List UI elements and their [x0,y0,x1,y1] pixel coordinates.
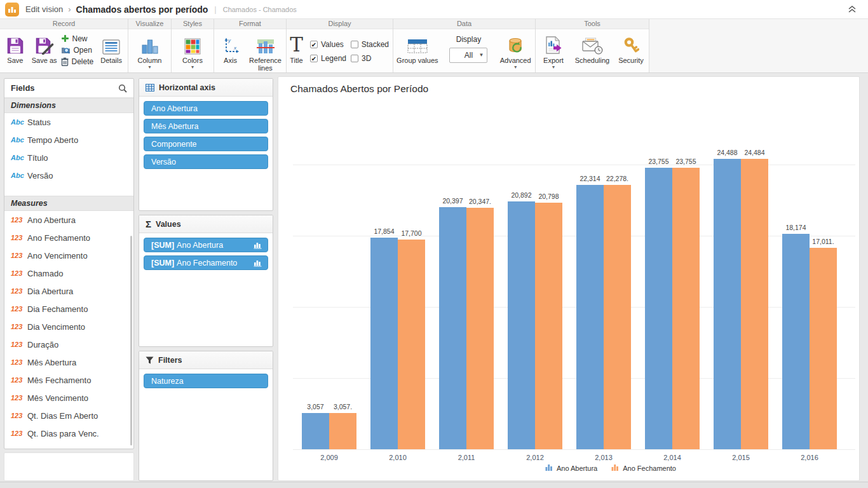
measure-field-item[interactable]: 123Mês Vencimento [4,389,133,407]
ribbon-group-tools: Tools Export ▾ Scheduling [536,19,649,72]
axis-field-pill[interactable]: Componente [144,137,268,151]
column-chart-button[interactable]: Column ▾ [132,30,168,72]
advanced-button[interactable]: Advanced ▾ [497,30,534,72]
open-folder-icon [61,46,71,54]
legend-item[interactable]: Ano Abertura [545,464,597,473]
dimension-field-item[interactable]: AbcTítulo [4,149,133,166]
group-values-button[interactable]: Group values [395,30,440,72]
checkbox-3d[interactable]: 3D [351,51,389,65]
measure-field-label: Qt. Dias Em Aberto [27,411,98,421]
title-button[interactable]: T Title [288,30,305,72]
measure-field-label: Ano Fechamento [27,233,90,243]
chart-bar [302,413,329,449]
x-axis-label: 2,012 [506,454,564,461]
dimension-field-item[interactable]: AbcStatus [4,113,133,131]
chart-bar [645,168,672,449]
scheduling-button[interactable]: Scheduling [572,30,613,72]
chart-bar [782,234,810,449]
scheduling-label: Scheduling [575,57,609,64]
bar-value-label: 18,174 [775,224,817,231]
bar-value-label: 20,347. [459,198,501,205]
colors-dropdown-caret[interactable]: ▾ [191,65,194,70]
measure-field-item[interactable]: 123Chamado [4,264,133,282]
dimension-field-item[interactable]: AbcTempo Aberto [4,131,133,149]
x-axis-label: 2,015 [712,454,770,461]
title-divider: | [214,4,216,14]
value-field-pill[interactable]: [SUM]Ano Fechamento [144,255,268,270]
ribbon-empty-space [649,19,868,72]
legend-item[interactable]: Ano Fechamento [611,464,676,473]
measure-field-item[interactable]: 123Mês Fechamento [4,371,133,389]
axis-field-pill[interactable]: Ano Abertura [144,101,268,116]
details-button[interactable]: Details [96,30,126,72]
new-button[interactable]: New [60,34,97,43]
export-button[interactable]: Export ▾ [538,30,569,72]
measure-field-item[interactable]: 123Ano Abertura [4,211,133,229]
delete-button[interactable]: Delete [60,57,97,66]
bar-chart-plot: 3,0573,057.2,00917,85417,7002,01020,3972… [278,77,860,481]
grid-table-icon [146,84,154,92]
dimension-field-label: Título [27,153,48,163]
save-as-button[interactable]: Save as [29,30,60,72]
measure-field-label: Qt. Dias para Venc. [27,429,99,438]
values-title: Values [156,220,181,229]
reference-lines-label: Reference lines [247,57,284,72]
breadcrumb-root[interactable]: Edit vision [25,4,63,14]
security-button[interactable]: Security [615,30,647,72]
numeric-type-icon: 123 [11,358,27,366]
value-field-pill[interactable]: [SUM]Ano Abertura [144,238,268,252]
save-button[interactable]: Save [1,30,29,72]
group-label-tools: Tools [536,19,649,29]
checkbox-values[interactable]: ✔Values [310,37,351,51]
advanced-dropdown-caret[interactable]: ▾ [514,65,517,70]
bar-value-label: 22,278. [597,175,639,182]
open-button[interactable]: Open [60,45,97,55]
values-panel: Σ Values [SUM]Ano Abertura[SUM]Ano Fecha… [139,215,273,347]
checkbox-stacked[interactable]: Stacked [351,37,389,51]
ribbon-group-format: Format yx Axis Reference lines [214,19,287,72]
group-label-styles: Styles [172,19,214,29]
chart-bar [810,248,837,449]
values-field-list: [SUM]Ano Abertura[SUM]Ano Fechamento [139,238,273,270]
scheduling-envelope-clock-icon [582,32,603,55]
svg-text:y: y [227,37,231,43]
dimensions-list: AbcStatusAbcTempo AbertoAbcTítuloAbcVers… [4,113,133,184]
measure-field-item[interactable]: 123Dia Vencimento [4,318,133,336]
page-title: Chamados abertos por período [76,4,208,15]
display-dropdown[interactable]: All ▼ [449,48,487,63]
export-dropdown-caret[interactable]: ▾ [552,65,555,70]
measure-field-item[interactable]: 123Dia Fechamento [4,300,133,318]
advanced-database-icon [506,32,525,55]
aggregation-prefix: [SUM] [151,238,174,252]
measure-field-item[interactable]: 123Ano Vencimento [4,247,133,264]
numeric-type-icon: 123 [11,430,27,437]
fields-scrollbar-thumb[interactable] [130,236,132,445]
chart-bar [576,185,604,449]
checkbox-legend[interactable]: ✔Legend [310,51,351,65]
column-dropdown-caret[interactable]: ▾ [148,65,151,70]
dimension-field-item[interactable]: AbcVersão [4,166,133,184]
measure-field-item[interactable]: 123Qt. Dias para Venc. [4,424,133,442]
mini-bar-chart-icon [254,259,262,267]
reference-lines-button[interactable]: Reference lines [247,30,285,72]
measure-field-item[interactable]: 123Qt. Dias Em Aberto [4,407,133,424]
axis-field-pill[interactable]: Versão [144,154,268,169]
axis-label: Axis [224,57,237,64]
measure-field-item[interactable]: 123Dia Abertura [4,282,133,300]
group-values-table-icon [407,32,428,55]
colors-button[interactable]: Colors ▾ [175,30,210,72]
mini-bar-chart-icon [254,241,262,249]
trash-icon [61,57,69,66]
measure-field-item[interactable]: 123Mês Abertura [4,353,133,371]
measure-field-label: Mês Vencimento [27,393,88,403]
filter-field-pill[interactable]: Natureza [144,374,268,388]
search-icon[interactable] [118,84,127,93]
funnel-icon [146,356,154,364]
axis-field-pill[interactable]: Mês Abertura [144,119,268,133]
axis-button[interactable]: yx Axis [216,30,245,72]
reference-lines-icon [256,32,275,55]
measure-field-item[interactable]: 123Duração [4,336,133,353]
measure-field-item[interactable]: 123Ano Fechamento [4,229,133,247]
collapse-ribbon-icon[interactable] [848,5,857,13]
numeric-type-icon: 123 [11,216,27,224]
